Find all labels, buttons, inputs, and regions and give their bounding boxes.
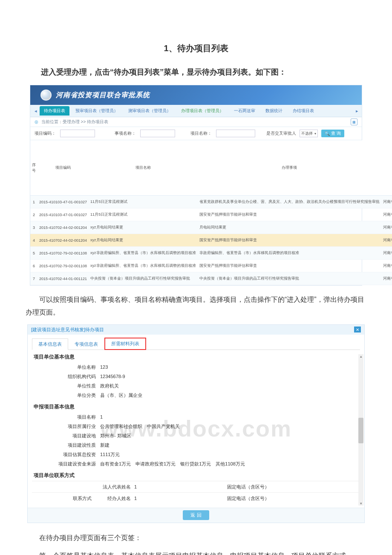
table-row[interactable]: 72015-410702-44-01-001121中央投资（资本金）项目升级的品… [30, 272, 392, 285]
k-org-code: 组织机构代码 [32, 372, 100, 381]
k-est-invest: 项目估算总投资 [32, 450, 100, 459]
table-row[interactable]: 32015-410702-44-02-001204xyz月电站同结果更月电站同结… [30, 221, 392, 234]
cell-idx: 3 [30, 221, 37, 234]
dialog-title-bar: [建设项目选址意见书核发]待办项目 ✕ [28, 325, 364, 335]
cell-idx: 7 [30, 272, 37, 285]
tabbar-right-arrow-icon[interactable]: ▸ [354, 108, 360, 114]
paragraph-tabs-intro: 在待办项目办理页面有三个页签： [26, 532, 366, 544]
table-row[interactable]: 52015-410702-79-02-001108xyz非政府编辑所、省直管县（… [30, 247, 392, 260]
v-location: 郑州市- 郑城区 [100, 431, 131, 440]
tab-finished-list[interactable]: 办结项目表 [288, 106, 318, 116]
cell-org: 河南省发展和改革委员会 [381, 234, 392, 247]
top-tabbar: ◂ 待办项目表 预审项目表（管理员） 测审项目表（管理员） 办理项目表（管理员）… [30, 105, 362, 117]
section-contact: 项目单位联系方式 [32, 472, 360, 479]
cell-matter: 国安资产抵押项目节能评估和审查 [198, 208, 381, 221]
screenshot-detail-dialog: [建设项目选址意见书核发]待办项目 ✕ ▴ ▾ 基本信息表 专项信息表 所需材料… [27, 324, 365, 523]
v-proj-name: 1 [100, 412, 103, 422]
col-org: 内容单办机构 [381, 140, 392, 196]
k-fixed-phone: 固定电话（含区号） [222, 481, 273, 492]
k-contact-label: 联系方式 [32, 493, 96, 504]
tab-preaudit-list[interactable]: 预审项目表（管理员） [71, 106, 122, 116]
table-row[interactable]: 12015-410103-47-01-00102711月5日正常流程测试省直党政… [30, 196, 392, 208]
cell-org: 河南省发展和改革委员会 [381, 208, 392, 221]
subtab-special-info[interactable]: 专项信息表 [68, 338, 104, 350]
cell-code: 2015-410702-79-02-001108 [37, 247, 89, 260]
contact-row-2: 联系方式 经办人姓名 1 固定电话（含区号） [32, 492, 360, 504]
v-legal-name: 1 [134, 481, 222, 492]
filter-project-input[interactable] [216, 130, 255, 137]
cell-idx: 4 [30, 234, 37, 247]
scroll-down-icon[interactable]: ▾ [360, 501, 362, 506]
subtab-basic-info[interactable]: 基本信息表 [32, 338, 68, 350]
cell-code: 2015-410702-44-02-001204 [37, 234, 89, 247]
cell-code: 2015-410702-44-01-001121 [37, 272, 89, 285]
paragraph-query: 可以按照项目编码、事项名称、项目名称精确查询项目。选择项目，点击操作下的“进入处… [26, 293, 366, 319]
k-fixed-phone2: 固定电话（含区号） [222, 493, 273, 504]
col-idx: 序号 [30, 140, 37, 196]
k-build-nature: 项目建设性质 [32, 440, 100, 450]
system-banner: 河南省投资项目联合审批系统 [30, 85, 362, 105]
search-button[interactable]: 🔍 查 询 [321, 130, 344, 137]
search-icon: 🔍 [325, 131, 330, 136]
table-row[interactable]: 42015-410702-44-02-001204xyz月电站同结果更国安资产抵… [30, 234, 392, 247]
cell-org: 河南省发展和改革委员会 [381, 221, 392, 234]
cell-name: xyz月电站同结果更 [89, 234, 198, 247]
v-unit-class: 县（市、区）属企业 [100, 390, 142, 400]
cell-org: 河南省发展和改革委员会 [381, 247, 392, 260]
cell-matter: 国安资产抵押项目节能评估和审查 [198, 234, 381, 247]
breadcrumb-marker-icon: ◎ [35, 119, 38, 124]
v-handler-name: 1 [134, 493, 222, 504]
v-build-nature: 新建 [100, 440, 110, 450]
table-row[interactable]: 22015-410103-47-01-00102711月5日正常流程测试国安资产… [30, 208, 392, 221]
dialog-title: [建设项目选址意见书核发]待办项目 [31, 327, 104, 333]
k-unit-nature: 单位性质 [32, 381, 100, 390]
filter-cross-value: 不选择 [301, 131, 313, 136]
tab-check-list[interactable]: 测审项目表（管理员） [124, 106, 175, 116]
breadcrumb-row: ◎ 当前位置：受理办理 >> 待办项目表 ▦ [30, 117, 362, 127]
k-industry: 项目所属行业 [32, 422, 100, 431]
k-legal-name: 法人代表姓名 [96, 481, 134, 492]
v-org-code: 12345678-9 [100, 372, 125, 381]
back-button[interactable]: 返 回 [183, 510, 209, 520]
table-row[interactable]: 62015-410702-79-02-001108xyz非政府编辑所、省直管县（… [30, 260, 392, 272]
breadcrumb: 当前位置：受理办理 >> 待办项目表 [41, 119, 108, 124]
tabbar-left-arrow-icon[interactable]: ◂ [33, 108, 39, 114]
k-handler-name: 经办人姓名 [96, 493, 134, 504]
close-icon[interactable]: ✕ [354, 327, 361, 332]
cell-matter: 国安资产抵押项目节能评估和审查 [198, 260, 381, 272]
cell-matter: 省直党政群机关及事业单位办公楼、营、房及宾、人大、政协、政法机关办公楼预项目可行… [198, 196, 381, 208]
intro-paragraph: 进入受理办理，点击“待办项目列表”菜单，显示待办项目列表。如下图： [26, 67, 366, 77]
paragraph-tab1-desc: 第一个页签是基本信息表。基本信息表展示项目申报基本信息、申报项目基本信息、项目单… [26, 549, 366, 555]
filter-cross-label: 是否交叉审批人 [266, 130, 296, 136]
tab-todo-list[interactable]: 待办项目表 [40, 106, 69, 116]
cell-name: 中央投资（资本金）项目升级的品工程可行性研究报告审批 [89, 272, 198, 285]
system-title: 河南省投资项目联合审批系统 [56, 91, 150, 100]
cell-idx: 6 [30, 260, 37, 272]
tab-one-stone[interactable]: 一石两送审 [230, 106, 259, 116]
cell-code: 2015-410103-47-01-001027 [37, 208, 89, 221]
cell-name: 11月5日正常流程测试 [89, 208, 198, 221]
k-fund-src: 项目建设资金来源 [32, 459, 100, 468]
subtab-material-list[interactable]: 所需材料列表 [104, 338, 146, 350]
filter-row: 项目编码： 事项名称： 项目名称： 是否交叉审批人 不选择 ▾ 🔍 查 询 [30, 127, 362, 140]
k-unit-class: 单位分类 [32, 390, 100, 400]
cell-matter: 月电站同结果更 [198, 221, 381, 234]
calendar-icon[interactable]: ▦ [351, 119, 357, 125]
contact-row-1: 法人代表姓名 1 固定电话（含区号） [32, 481, 360, 492]
filter-project-label: 项目名称： [190, 130, 212, 136]
cell-idx: 2 [30, 208, 37, 221]
filter-cross-select[interactable]: 不选择 ▾ [300, 130, 318, 137]
filter-code-input[interactable] [60, 130, 95, 137]
cell-org: 河南省发展和改革委员会 [381, 272, 392, 285]
scroll-up-icon[interactable]: ▴ [360, 354, 362, 358]
detail-subtabs: 基本信息表 专项信息表 所需材料列表 [32, 337, 360, 350]
section-apply-basic: 申报项目基本信息 [32, 403, 360, 410]
cell-matter: 非政府编辑所、省直管县（市）水库移民后调整的项目核准 [198, 247, 381, 260]
filter-code-label: 项目编码： [35, 130, 56, 136]
todo-table: 序号 项目编码 项目名称 办理事项 内容单办机构 受理承诺时限(工作日) 累计耗… [30, 140, 392, 285]
filter-matter-input[interactable] [140, 130, 175, 137]
v-fund-src: 自有资金1万元 申请政府投资1万元 银行贷款1万元 其他1108万元 [100, 459, 245, 468]
tab-handle-list[interactable]: 办理项目表（管理员） [177, 106, 228, 116]
tab-stats[interactable]: 数据统计 [261, 106, 287, 116]
k-unit-name: 单位名称 [32, 362, 100, 372]
